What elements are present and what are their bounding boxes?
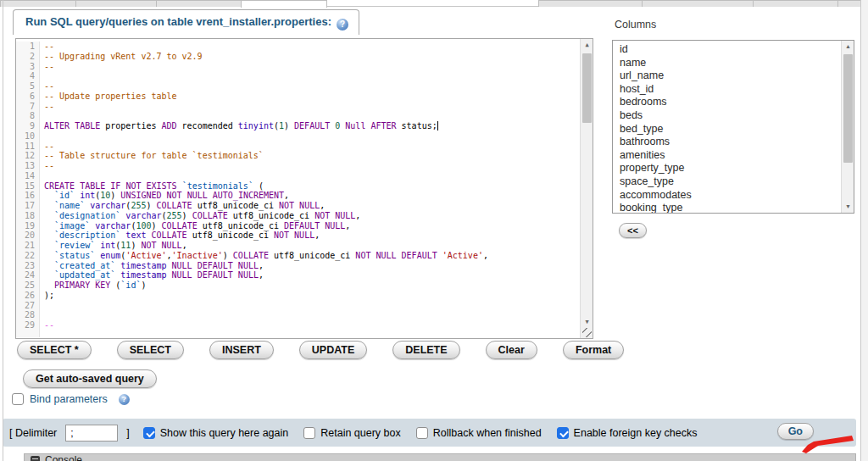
column-list-item[interactable]: accommodates [613, 189, 840, 203]
console-bar[interactable]: Console [24, 453, 856, 461]
scroll-up-icon[interactable]: ▲ [581, 39, 593, 51]
scroll-up-icon[interactable]: ▲ [842, 41, 854, 53]
sql-code[interactable]: ---- Upgrading vRent v2.7 to v2.9------ … [44, 42, 579, 330]
column-list-item[interactable]: url_name [613, 69, 840, 83]
bind-parameters-label: Bind parameters [30, 393, 108, 405]
delimiter-bracket-open: [ Delimiter [9, 427, 57, 439]
top-tabs [0, 0, 860, 7]
top-tab[interactable] [75, 0, 157, 7]
option-checkbox-item[interactable]: Show this query here again [143, 427, 288, 439]
top-tab[interactable] [538, 0, 643, 7]
column-list-item[interactable]: bedrooms [613, 96, 840, 109]
option-checkbox-item[interactable]: Enable foreign key checks [557, 427, 698, 439]
phpmyadmin-sql-query-page: Run SQL query/queries on table vrent_ins… [0, 0, 868, 461]
checkbox-label: Enable foreign key checks [574, 427, 698, 439]
collapse-columns-button[interactable]: << [619, 223, 647, 238]
update-button[interactable]: UPDATE [299, 341, 367, 359]
line-numbers: 1234567891011121314151617181920212223242… [16, 42, 40, 337]
bind-parameters-row: Bind parameters ? [12, 393, 130, 405]
red-arrow-annotation [801, 434, 855, 454]
column-list-item[interactable]: name [613, 57, 840, 70]
delimiter-input[interactable] [65, 425, 118, 442]
page-left-border [3, 0, 3, 461]
columns-panel-label: Columns [615, 19, 656, 31]
editor-scrollbar[interactable]: ▲ ▼ [580, 39, 593, 338]
option-checkbox-item[interactable]: Retain query box [303, 427, 401, 439]
query-option-checkboxes: Show this query here againRetain query b… [143, 427, 698, 439]
unchecked-checkbox[interactable] [303, 427, 315, 439]
delete-button[interactable]: DELETE [392, 341, 459, 359]
help-icon[interactable]: ? [119, 394, 130, 405]
top-tab[interactable] [156, 0, 242, 7]
scroll-down-icon[interactable]: ▼ [581, 316, 593, 328]
console-label: Console [45, 454, 82, 461]
column-list-item[interactable]: space_type [613, 175, 840, 189]
checkbox-label: Retain query box [320, 427, 401, 439]
column-list-item[interactable]: bathrooms [613, 136, 840, 149]
columns-scrollbar[interactable]: ▲ ▼ [841, 41, 854, 213]
bind-parameters-checkbox[interactable] [12, 393, 24, 405]
column-list-item[interactable]: host_id [613, 83, 840, 97]
column-list-item[interactable]: id [613, 43, 840, 57]
checkbox-label: Rollback when finished [433, 427, 542, 439]
column-list-item[interactable]: bed_type [613, 123, 840, 136]
format-button[interactable]: Format [563, 341, 624, 359]
column-list-item[interactable]: property_type [613, 162, 840, 175]
get-auto-saved-query-button[interactable]: Get auto-saved query [23, 369, 157, 388]
column-list-item[interactable]: booking_type [613, 202, 840, 214]
top-tab-active[interactable] [241, 0, 327, 8]
resize-grip-icon[interactable] [582, 328, 592, 337]
option-checkbox-item[interactable]: Rollback when finished [416, 427, 542, 439]
page-scrollbar[interactable] [860, 0, 868, 461]
scroll-down-icon[interactable]: ▼ [842, 201, 854, 213]
columns-listbox[interactable]: idnameurl_namehost_idbedroomsbedsbed_typ… [612, 40, 854, 214]
top-tab[interactable] [642, 0, 754, 7]
query-box-legend: Run SQL query/queries on table vrent_ins… [13, 9, 359, 35]
checkbox-label: Show this query here again [160, 427, 288, 439]
sql-editor[interactable]: 1234567891011121314151617181920212223242… [15, 38, 593, 339]
help-icon[interactable]: ? [337, 19, 348, 31]
columns-scrollbar-thumb[interactable] [843, 54, 853, 163]
checked-checkbox[interactable] [143, 427, 155, 439]
editor-scrollbar-thumb[interactable] [582, 53, 592, 123]
select-star-button[interactable]: SELECT * [17, 341, 92, 359]
query-options-bar: [ Delimiter ] Show this query here again… [3, 419, 856, 447]
select-button[interactable]: SELECT [117, 341, 184, 359]
clear-button[interactable]: Clear [486, 341, 537, 359]
checked-checkbox[interactable] [557, 427, 569, 439]
top-tab[interactable] [753, 0, 838, 7]
delimiter-bracket-close: ] [126, 427, 129, 439]
unchecked-checkbox[interactable] [416, 427, 428, 439]
top-tab[interactable] [0, 0, 76, 7]
page-title: Run SQL query/queries on table vrent_ins… [25, 15, 331, 28]
insert-button[interactable]: INSERT [209, 341, 274, 359]
column-list-item[interactable]: amenities [613, 149, 840, 163]
console-icon [31, 456, 40, 461]
query-action-buttons: SELECT *SELECTINSERTUPDATEDELETEClearFor… [17, 341, 624, 359]
column-list-item[interactable]: beds [613, 109, 840, 123]
